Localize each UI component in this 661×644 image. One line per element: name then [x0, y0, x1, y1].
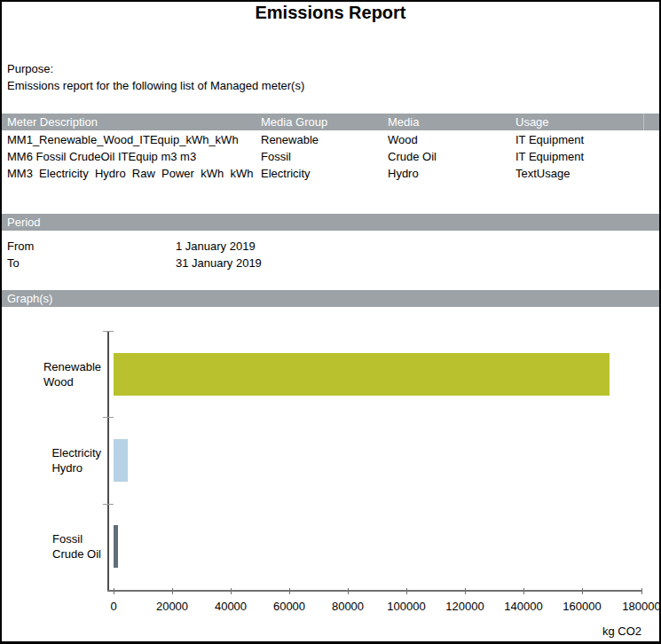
- x-axis-tick-label: 180000: [606, 600, 661, 613]
- category-label: FossilCrude Oil: [52, 531, 101, 562]
- bar-renewable-wood: [114, 353, 610, 396]
- category-label: ElectricityHydro: [51, 445, 101, 475]
- bar-fossil-crude-oil: [114, 525, 118, 568]
- report-page: Emissions Report Purpose: Emissions repo…: [0, 0, 661, 644]
- category-tick: [103, 331, 114, 332]
- x-axis-tick: [172, 588, 173, 594]
- category-tick: [103, 417, 114, 418]
- bar-electricity-hydro: [114, 439, 128, 482]
- y-axis-line: [107, 331, 109, 592]
- category-label: RenewableWood: [43, 359, 101, 389]
- x-axis-line: [107, 590, 642, 592]
- x-axis-tick: [406, 588, 407, 594]
- x-axis-tick: [348, 588, 349, 594]
- x-axis-tick: [114, 588, 114, 594]
- x-axis-unit-label: kg CO2: [602, 624, 641, 638]
- x-axis-tick: [465, 588, 466, 594]
- x-axis-tick: [231, 588, 232, 594]
- category-tick: [103, 504, 114, 505]
- bar-chart: kg CO2 RenewableWoodElectricityHydroFoss…: [2, 2, 659, 641]
- x-axis-tick: [523, 588, 524, 594]
- x-axis-tick: [289, 588, 290, 594]
- x-axis-tick: [641, 588, 642, 594]
- x-axis-tick: [582, 588, 583, 594]
